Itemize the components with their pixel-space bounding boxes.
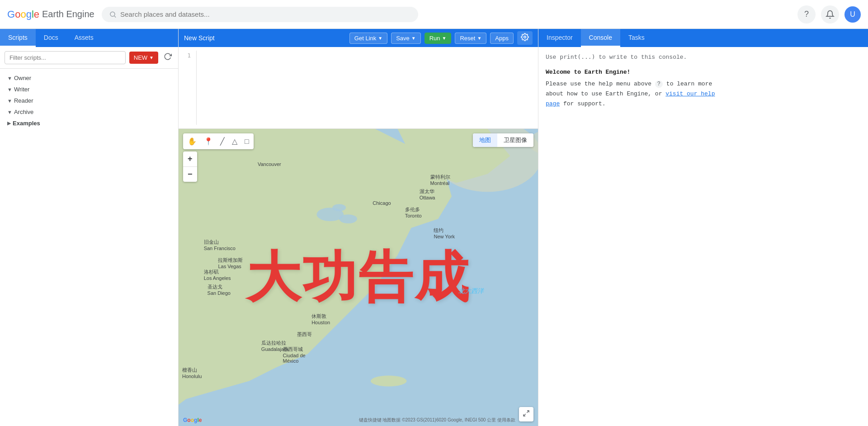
map-type-controls: 地图 卫星图像: [473, 133, 533, 147]
bell-icon: [826, 10, 835, 19]
reset-button[interactable]: Reset ▼: [455, 33, 486, 44]
header-right: ? U: [797, 5, 861, 24]
zoom-controls: + −: [183, 151, 197, 182]
left-panel: Scripts Docs Assets NEW ▼ ▼ Owner ▼: [0, 29, 179, 426]
console-panel: Use print(...) to write to this console.…: [538, 47, 868, 114]
line-tool-button[interactable]: ╱: [217, 135, 227, 147]
tab-docs[interactable]: Docs: [36, 29, 66, 47]
chevron-down-icon: ▼: [7, 76, 12, 81]
dropdown-arrow-icon: ▼: [442, 36, 447, 41]
map-attribution: 键盘快捷键 地图数据 ©2023 GS(2011)6020 Google, IN…: [359, 417, 515, 423]
chevron-down-icon: ▼: [7, 87, 12, 92]
svg-point-0: [110, 12, 115, 16]
dropdown-arrow-icon: ▼: [477, 36, 481, 41]
new-script-button[interactable]: NEW ▼: [129, 52, 158, 64]
console-use-print-text: Use print(...) to write to this console.: [546, 52, 861, 62]
tab-console[interactable]: Console: [581, 29, 620, 47]
notifications-button[interactable]: [821, 5, 839, 24]
map-tools: ✋ 📍 ╱ △ □: [183, 133, 254, 149]
polygon-tool-button[interactable]: △: [229, 135, 240, 147]
svg-line-17: [527, 411, 529, 413]
zoom-in-button[interactable]: +: [183, 151, 197, 167]
earth-engine-text: Earth Engine: [42, 9, 94, 19]
dropdown-arrow-icon: ▼: [411, 36, 416, 41]
tree-item-owner[interactable]: ▼ Owner: [5, 72, 173, 84]
svg-point-7: [332, 204, 346, 211]
search-bar[interactable]: [102, 7, 418, 22]
logo: Google Earth Engine: [7, 9, 94, 20]
chevron-right-icon: ▶: [7, 120, 11, 126]
tab-tasks[interactable]: Tasks: [620, 29, 653, 47]
refresh-icon: [164, 52, 172, 61]
scripts-toolbar: NEW ▼: [0, 47, 178, 69]
gear-icon: [521, 33, 529, 41]
tab-scripts[interactable]: Scripts: [0, 29, 36, 47]
right-tabs: Inspector Console Tasks: [538, 29, 868, 47]
svg-line-18: [524, 414, 526, 416]
center-panel: New Script Get Link ▼ Save ▼ Run ▼ Reset…: [179, 29, 538, 426]
square-tool-button[interactable]: □: [242, 135, 252, 147]
right-panel: Inspector Console Tasks Use print(...) t…: [538, 29, 868, 426]
svg-point-6: [339, 214, 357, 223]
settings-button[interactable]: [517, 31, 533, 45]
help-link[interactable]: visit our helppage: [546, 90, 715, 107]
code-content[interactable]: [197, 51, 538, 125]
dropdown-arrow-icon: ▼: [149, 55, 154, 60]
svg-line-1: [114, 16, 116, 17]
left-tabs: Scripts Docs Assets: [0, 29, 178, 47]
chevron-down-icon: ▼: [7, 98, 12, 104]
dropdown-arrow-icon: ▼: [378, 36, 382, 41]
map-view-button[interactable]: 地图: [473, 133, 497, 147]
marker-tool-button[interactable]: 📍: [201, 135, 216, 147]
print-code: print(...): [560, 53, 595, 60]
zoom-out-button[interactable]: −: [183, 167, 197, 182]
chevron-down-icon: ▼: [7, 109, 12, 115]
filter-scripts-input[interactable]: [5, 51, 126, 64]
code-editor: 1: [179, 47, 538, 128]
editor-toolbar: New Script Get Link ▼ Save ▼ Run ▼ Reset…: [179, 29, 538, 47]
run-button[interactable]: Run ▼: [425, 33, 452, 44]
editor-area: New Script Get Link ▼ Save ▼ Run ▼ Reset…: [179, 29, 538, 129]
tree-item-examples[interactable]: ▶ Examples: [5, 118, 173, 129]
fullscreen-button[interactable]: [519, 407, 533, 421]
save-button[interactable]: Save ▼: [391, 33, 421, 44]
google-logo-map: Google: [183, 417, 202, 423]
apps-button[interactable]: Apps: [490, 33, 514, 44]
tree-item-archive[interactable]: ▼ Archive: [5, 106, 173, 118]
search-input[interactable]: [120, 10, 411, 18]
map-area: 大功告成 ✋ 📍 ╱ △ □ + − 地图 卫星图像 北大西洋 V: [179, 129, 538, 426]
get-link-button[interactable]: Get Link ▼: [349, 33, 387, 44]
tab-assets[interactable]: Assets: [66, 29, 102, 47]
tree-item-reader[interactable]: ▼ Reader: [5, 95, 173, 106]
google-logo-text: Google: [7, 9, 39, 20]
line-numbers: 1: [179, 51, 197, 125]
script-name-label: New Script: [184, 34, 346, 42]
hand-tool-button[interactable]: ✋: [185, 135, 199, 147]
svg-point-2: [524, 36, 526, 38]
console-description: Please use the help menu above ? to lear…: [546, 79, 861, 109]
avatar[interactable]: U: [844, 6, 861, 23]
help-circle-icon: ?: [655, 80, 663, 88]
console-welcome-title: Welcome to Earth Engine!: [546, 68, 861, 77]
map-footer: 键盘快捷键 地图数据 ©2023 GS(2011)6020 Google, IN…: [359, 417, 515, 423]
header: Google Earth Engine ? U: [0, 0, 868, 29]
map-background: [179, 129, 538, 426]
scripts-tree: ▼ Owner ▼ Writer ▼ Reader ▼ Archive ▶ Ex…: [0, 69, 178, 133]
tab-inspector[interactable]: Inspector: [538, 29, 581, 47]
svg-point-10: [371, 376, 407, 387]
tree-item-writer[interactable]: ▼ Writer: [5, 84, 173, 95]
fullscreen-icon: [523, 410, 530, 417]
help-button[interactable]: ?: [797, 5, 816, 24]
main-layout: Scripts Docs Assets NEW ▼ ▼ Owner ▼: [0, 29, 868, 426]
search-icon: [109, 10, 117, 19]
satellite-view-button[interactable]: 卫星图像: [497, 133, 533, 147]
refresh-button[interactable]: [162, 51, 174, 65]
